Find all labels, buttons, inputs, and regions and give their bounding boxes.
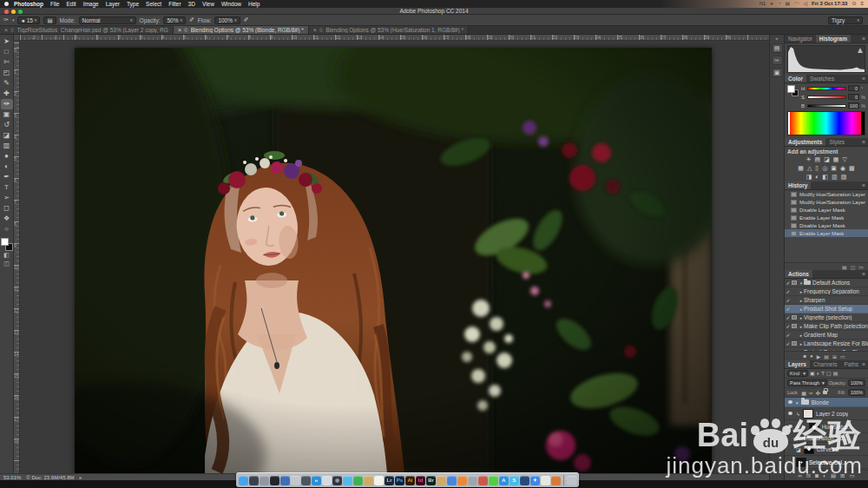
dock-icon[interactable] — [301, 476, 311, 485]
dock-icon[interactable] — [457, 476, 467, 485]
lock-all-icon[interactable] — [823, 391, 827, 394]
brush-tool-icon[interactable]: ✑ — [3, 16, 9, 23]
adjustment-icon[interactable]: ▦ — [833, 156, 839, 163]
dock-icon[interactable] — [437, 476, 446, 485]
dock-icon[interactable]: Id — [416, 476, 425, 485]
dock-icon[interactable] — [353, 476, 363, 485]
group-expand-icon[interactable] — [796, 399, 799, 406]
lock-option-icon[interactable]: ✜ — [816, 390, 820, 396]
foreground-color-swatch[interactable] — [1, 238, 9, 246]
action-row[interactable]: ✓ ▾ Default Actions — [785, 279, 868, 287]
tab-layers[interactable]: Layers — [785, 360, 810, 368]
action-row[interactable]: ✓ ▸ Vignette (selection) — [785, 313, 868, 322]
horizontal-ruler[interactable]: -2-1012345678910111213141516171819202122… — [20, 35, 769, 41]
tool-preset-caret-icon[interactable]: ▾ — [12, 17, 15, 23]
menu-item[interactable]: Help — [248, 0, 260, 8]
action-enabled-check-icon[interactable]: ✓ — [785, 306, 792, 312]
action-enabled-check-icon[interactable]: ✓ — [785, 340, 792, 346]
history-state-row[interactable]: Enable Layer Mask — [785, 214, 868, 221]
canvas-photo[interactable] — [75, 48, 712, 473]
layer-blend-mode-select[interactable]: Pass Through ▾ — [787, 379, 827, 386]
tool-button[interactable]: ● — [1, 151, 13, 162]
action-enabled-check-icon[interactable]: ✓ — [785, 332, 792, 338]
menu-item[interactable]: Image — [83, 0, 99, 8]
collapsed-panel-icon[interactable]: ▤ — [772, 43, 783, 53]
zoom-percentage[interactable]: 53.01% — [3, 475, 21, 480]
airbrush-icon[interactable]: ✐ — [244, 16, 249, 23]
dock-icon[interactable]: S — [510, 476, 519, 485]
dock-icon[interactable] — [489, 476, 498, 485]
menu-item[interactable]: Photoshop — [14, 0, 43, 8]
panel-menu-icon[interactable] — [862, 360, 868, 368]
status-icon[interactable]: ◠ — [794, 0, 799, 8]
lock-option-icon[interactable]: ▦ — [801, 390, 806, 396]
action-enabled-check-icon[interactable]: ✓ — [785, 323, 792, 329]
adjustment-icon[interactable]: ◨ — [806, 174, 812, 181]
actions-footer-icon[interactable]: ▶ — [817, 353, 821, 359]
dock-icon[interactable]: Lr — [385, 476, 394, 485]
canvas-area[interactable]: -2-1012345678910111213141516171819202122… — [14, 35, 769, 480]
document-tab[interactable]: × © Blending Options @ 53% (Blonde, RGB/… — [174, 26, 309, 34]
menu-item[interactable]: Layer — [106, 0, 120, 8]
close-tab-icon[interactable]: × — [178, 27, 181, 33]
panel-menu-icon[interactable] — [862, 138, 868, 146]
tool-button[interactable]: T — [1, 182, 13, 193]
layer-filter-icon[interactable]: ▣ — [810, 369, 815, 379]
tab-styles[interactable]: Styles — [825, 138, 848, 146]
layer-filter-icon[interactable]: ▢ — [826, 369, 832, 379]
tab-history[interactable]: History — [785, 181, 811, 189]
dock-icon[interactable] — [280, 476, 290, 485]
layer-filter-icon[interactable]: T — [821, 369, 825, 379]
status-arrow-icon[interactable]: ▸ — [79, 474, 82, 480]
actions-footer-icon[interactable]: ▤ — [824, 353, 829, 359]
workspace-switcher[interactable]: Tigzy ▾ — [828, 16, 863, 24]
dock-icon[interactable] — [249, 476, 259, 485]
lock-option-icon[interactable]: ✑ — [809, 390, 813, 396]
window-title-bar[interactable]: Adobe Photoshop CC 2014 — [0, 8, 868, 15]
action-enabled-check-icon[interactable]: ✓ — [785, 297, 792, 303]
menu-bar-clock[interactable]: Fri 3 Oct 17:33 — [812, 0, 847, 8]
status-icon[interactable]: ▤ — [786, 0, 791, 8]
document-tab[interactable]: × © TigzRiceStudios_ChangeHair.psd @ 53%… — [0, 26, 174, 34]
tool-button[interactable]: ➢ — [1, 193, 13, 203]
tablet-pressure-opacity-icon[interactable]: ✐ — [189, 16, 194, 23]
tool-button[interactable]: ○ — [1, 224, 13, 234]
saturation-slider[interactable] — [807, 96, 846, 99]
tab-swatches[interactable]: Swatches — [806, 75, 838, 82]
color-spectrum-ramp[interactable] — [787, 111, 865, 135]
tool-button[interactable]: ◻ — [1, 203, 13, 214]
adjustment-icon[interactable]: ▦ — [798, 165, 804, 172]
tool-button[interactable]: ◪ — [1, 130, 13, 141]
foreground-color-swatch[interactable] — [787, 85, 795, 93]
brightness-value[interactable]: 100 — [848, 102, 859, 109]
tool-button[interactable]: ✚ — [1, 89, 13, 99]
vertical-ruler[interactable]: 0123456789101112131415161718 — [14, 41, 20, 480]
action-row[interactable]: ✓ ▸ Gradient Map — [785, 331, 868, 340]
close-tab-icon[interactable]: × — [313, 27, 317, 33]
color-panel-swatches[interactable] — [787, 85, 799, 96]
adjustment-icon[interactable]: ▨ — [841, 174, 847, 181]
menu-item[interactable]: Window — [221, 0, 241, 8]
layer-filter-kind-select[interactable]: Kind ▾ — [787, 370, 808, 377]
dock-icon[interactable] — [478, 476, 488, 485]
action-enabled-check-icon[interactable]: ✓ — [785, 280, 792, 286]
action-dialog-toggle-icon[interactable] — [792, 315, 797, 320]
dock-icon[interactable] — [447, 476, 457, 485]
tool-button[interactable]: ✎ — [1, 78, 13, 89]
adjustment-icon[interactable]: ▣ — [831, 165, 837, 172]
tab-color[interactable]: Color — [785, 75, 806, 82]
trash-icon[interactable] — [567, 476, 576, 485]
actions-footer-icon[interactable]: ▭ — [840, 353, 845, 359]
dock-icon[interactable]: Br — [426, 476, 436, 485]
history-state-row[interactable]: Disable Layer Mask — [785, 221, 868, 229]
adjustment-icon[interactable]: ▯ — [815, 165, 819, 172]
hue-slider[interactable] — [807, 87, 846, 90]
actions-footer-icon[interactable]: ⊞ — [832, 353, 837, 359]
collapsed-panel-icon[interactable]: ✑ — [772, 56, 783, 65]
menu-item[interactable]: Edit — [66, 0, 76, 8]
tool-button[interactable]: ◰ — [1, 68, 13, 78]
foreground-background-swatches[interactable] — [1, 238, 13, 251]
brightness-slider[interactable] — [807, 104, 846, 108]
history-state-row[interactable]: Modify Hue/Saturation Layer — [785, 198, 868, 206]
adjustment-icon[interactable]: ▥ — [832, 174, 838, 181]
